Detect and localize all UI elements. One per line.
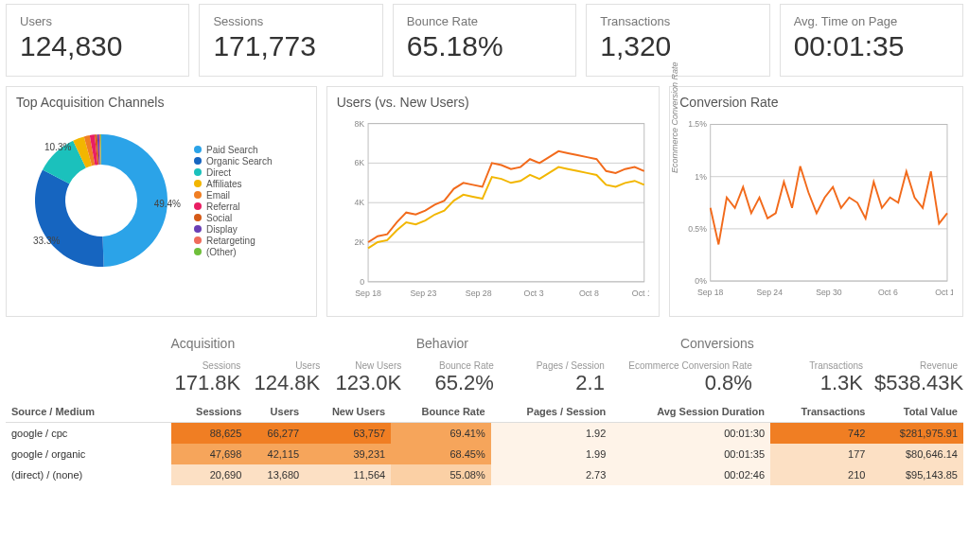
svg-text:Sep 18: Sep 18 [355, 289, 381, 298]
summary-newusers: New Users 123.0K [326, 360, 407, 401]
legend-item[interactable]: Affiliates [194, 179, 272, 189]
legend-swatch [194, 236, 202, 244]
kpi-label: Avg. Time on Page [794, 14, 949, 28]
th-transactions[interactable]: Transactions [770, 401, 871, 423]
legend-swatch [194, 248, 202, 255]
legend-swatch [194, 214, 202, 221]
table-cell: 00:02:46 [611, 464, 770, 485]
kpi-value: 65.18% [407, 30, 562, 62]
table-cell: 39,231 [305, 444, 391, 464]
legend-item[interactable]: Paid Search [194, 145, 272, 155]
summary-sessions: Sessions 171.8K [167, 360, 246, 401]
svg-text:Sep 28: Sep 28 [466, 289, 492, 298]
chart-series [368, 167, 644, 249]
chart-series [368, 151, 644, 242]
table-cell: $95,143.85 [871, 464, 963, 485]
kpi-row: Users 124,830 Sessions 171,773 Bounce Ra… [0, 0, 969, 80]
th-avg-session-duration[interactable]: Avg Session Duration [611, 401, 770, 423]
svg-text:Oct 8: Oct 8 [579, 289, 599, 298]
table-row[interactable]: google / cpc88,62566,27763,75769.41%1.92… [6, 423, 963, 445]
group-conversions: Conversions [680, 328, 963, 360]
donut-slice-label: 49.4% [154, 199, 181, 209]
kpi-label: Sessions [213, 14, 368, 28]
group-header-row: Acquisition Behavior Conversions [6, 328, 963, 360]
legend-swatch [194, 146, 202, 153]
summary-ecr: Ecommerce Conversion Rate 0.8% [610, 360, 758, 401]
table-row[interactable]: (direct) / (none)20,69013,68011,56455.08… [6, 464, 963, 485]
svg-text:Sep 24: Sep 24 [757, 288, 784, 297]
kpi-avg-time: Avg. Time on Page 00:01:35 [780, 4, 963, 77]
users-chart-title: Users (vs. New Users) [337, 95, 650, 110]
table-cell: 42,115 [247, 444, 305, 464]
table-cell: 210 [770, 464, 871, 485]
svg-text:8K: 8K [354, 119, 364, 129]
svg-text:0: 0 [360, 277, 364, 287]
th-new-users[interactable]: New Users [305, 401, 391, 423]
conversion-line-chart: 0%0.5%1%1.5%Sep 18Sep 24Sep 30Oct 6Oct 1… [679, 115, 953, 305]
legend-swatch [194, 157, 202, 165]
svg-text:6K: 6K [354, 158, 364, 167]
table-cell: 68.45% [391, 444, 491, 464]
chart-series [711, 166, 947, 245]
donut-title: Top Acquisition Channels [16, 95, 307, 110]
th-total-value[interactable]: Total Value [871, 401, 963, 423]
legend-swatch [194, 191, 202, 199]
legend-item[interactable]: Display [194, 224, 272, 235]
legend-item[interactable]: Social [194, 213, 272, 223]
table-header-row: Source / Medium Sessions Users New Users… [6, 401, 963, 423]
table-cell: 177 [770, 444, 871, 464]
legend-item[interactable]: Direct [194, 167, 272, 178]
kpi-label: Bounce Rate [407, 14, 562, 28]
conversion-ylabel: Ecommerce Conversion Rate [670, 61, 679, 173]
users-line-chart: 02K4K6K8KSep 18Sep 23Sep 28Oct 3Oct 8Oct… [337, 115, 650, 305]
table-cell: 88,625 [171, 423, 247, 445]
donut-slice[interactable] [35, 169, 104, 267]
legend-label: Referral [206, 201, 240, 212]
kpi-value: 1,320 [600, 30, 755, 62]
table-cell: (direct) / (none) [6, 464, 171, 485]
legend-item[interactable]: Organic Search [194, 156, 272, 166]
th-sessions[interactable]: Sessions [171, 401, 247, 423]
table-cell: 66,277 [247, 423, 305, 445]
table-cell: google / cpc [6, 423, 171, 445]
legend-item[interactable]: Email [194, 190, 272, 201]
table-cell: $281,975.91 [871, 423, 963, 445]
donut-legend: Paid SearchOrganic SearchDirectAffiliate… [194, 144, 272, 258]
legend-item[interactable]: (Other) [194, 247, 272, 257]
table-cell: 1.92 [491, 423, 612, 445]
table-cell: 11,564 [305, 464, 391, 485]
summary-revenue: Revenue $538.43K [869, 360, 963, 401]
group-acquisition: Acquisition [170, 328, 415, 360]
kpi-sessions: Sessions 171,773 [199, 4, 382, 77]
th-pages-session[interactable]: Pages / Session [491, 401, 612, 423]
kpi-users: Users 124,830 [6, 4, 189, 77]
donut-panel: Top Acquisition Channels 49.4% 33.3% 10.… [6, 86, 317, 317]
legend-item[interactable]: Retargeting [194, 236, 272, 246]
legend-label: Direct [206, 167, 231, 178]
legend-label: Retargeting [206, 236, 255, 246]
th-bounce-rate[interactable]: Bounce Rate [391, 401, 491, 423]
svg-text:Sep 30: Sep 30 [816, 288, 842, 297]
svg-text:1.5%: 1.5% [688, 119, 707, 129]
svg-text:Oct 13: Oct 13 [632, 289, 650, 298]
th-source-medium[interactable]: Source / Medium [6, 401, 171, 423]
table-cell: 00:01:30 [611, 423, 770, 445]
summary-pages: Pages / Session 2.1 [500, 360, 610, 401]
summary-users: Users 124.8K [246, 360, 326, 401]
kpi-value: 171,773 [213, 30, 368, 62]
legend-item[interactable]: Referral [194, 201, 272, 212]
legend-label: Organic Search [206, 156, 272, 166]
kpi-label: Transactions [600, 14, 755, 28]
table-section: Acquisition Behavior Conversions Session… [0, 323, 969, 491]
table-cell: 00:01:35 [611, 444, 770, 464]
svg-text:0.5%: 0.5% [688, 224, 707, 234]
summary-bounce: Bounce Rate 65.2% [407, 360, 500, 401]
table-row[interactable]: google / organic47,69842,11539,23168.45%… [6, 444, 963, 464]
legend-swatch [194, 225, 202, 233]
kpi-value: 00:01:35 [794, 30, 949, 62]
table-cell: 20,690 [171, 464, 247, 485]
svg-text:2K: 2K [354, 237, 364, 247]
svg-text:1%: 1% [696, 172, 708, 182]
th-users[interactable]: Users [247, 401, 305, 423]
source-medium-table: Source / Medium Sessions Users New Users… [6, 401, 963, 485]
